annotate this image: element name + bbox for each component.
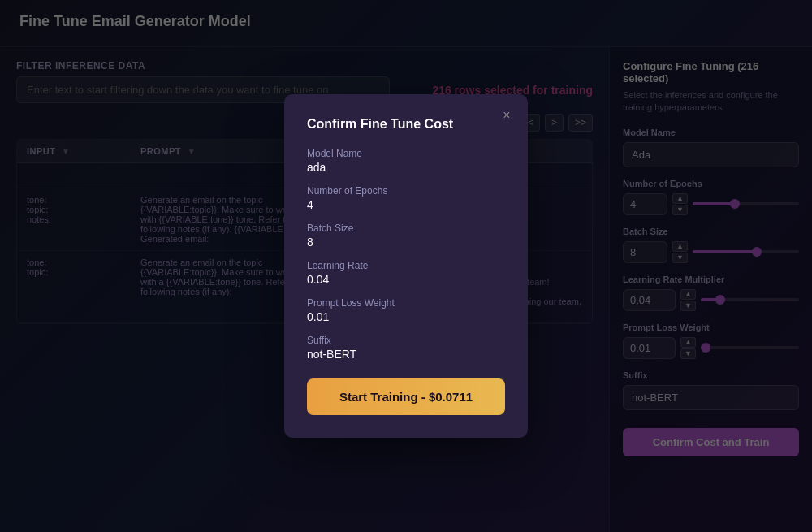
- modal-field-model-name: Model Name ada: [307, 148, 505, 174]
- modal-field-prompt-loss: Prompt Loss Weight 0.01: [307, 297, 505, 323]
- modal-field-suffix-label: Suffix: [307, 335, 505, 346]
- modal-field-epochs-value: 4: [307, 198, 505, 211]
- modal-field-prompt-loss-value: 0.01: [307, 310, 505, 323]
- modal-field-batch-size-value: 8: [307, 236, 505, 249]
- modal-field-batch-size-label: Batch Size: [307, 223, 505, 234]
- modal-field-prompt-loss-label: Prompt Loss Weight: [307, 297, 505, 309]
- modal-field-learning-rate-value: 0.04: [307, 273, 505, 286]
- confirm-cost-modal: Confirm Fine Tune Cost × Model Name ada …: [284, 94, 528, 438]
- modal-field-epochs-label: Number of Epochs: [307, 185, 505, 197]
- modal-title: Confirm Fine Tune Cost: [307, 117, 505, 132]
- modal-field-suffix: Suffix not-BERT: [307, 335, 505, 361]
- modal-field-learning-rate-label: Learning Rate: [307, 260, 505, 271]
- modal-field-batch-size: Batch Size 8: [307, 223, 505, 249]
- modal-field-model-name-value: ada: [307, 161, 505, 174]
- modal-field-learning-rate: Learning Rate 0.04: [307, 260, 505, 286]
- modal-close-button[interactable]: ×: [499, 107, 515, 123]
- start-training-button[interactable]: Start Training - $0.0711: [307, 378, 505, 415]
- modal-field-suffix-value: not-BERT: [307, 348, 505, 361]
- modal-field-model-name-label: Model Name: [307, 148, 505, 159]
- modal-overlay: Confirm Fine Tune Cost × Model Name ada …: [0, 0, 812, 532]
- modal-field-epochs: Number of Epochs 4: [307, 185, 505, 211]
